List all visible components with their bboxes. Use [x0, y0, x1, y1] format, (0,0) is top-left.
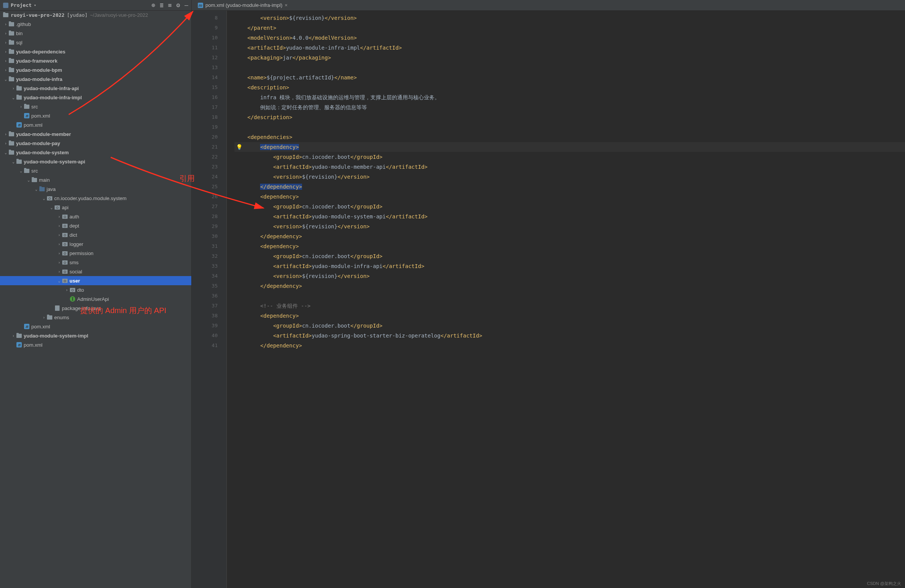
code-line[interactable]: infra 模块，我们放基础设施的运维与管理，支撑上层的通用与核心业务。 — [234, 92, 905, 102]
fold-gutter[interactable] — [221, 11, 227, 588]
chevron-icon[interactable]: › — [57, 270, 62, 274]
chevron-icon[interactable]: ⌄ — [41, 196, 47, 200]
code-line[interactable]: <artifactId>yudao-module-member-api</art… — [234, 162, 905, 172]
chevron-icon[interactable]: › — [11, 86, 16, 90]
tree-row[interactable]: ⌄yudao-module-system-api — [0, 157, 191, 166]
chevron-icon[interactable]: ⌄ — [34, 187, 39, 191]
code-line[interactable]: <modelVersion>4.0.0</modelVersion> — [234, 33, 905, 43]
chevron-icon[interactable]: › — [57, 224, 62, 228]
chevron-icon[interactable]: › — [3, 132, 8, 136]
project-tree[interactable]: ›.github›bin›sql›yudao-dependencies›yuda… — [0, 19, 191, 588]
code-line[interactable]: <artifactId>yudao-module-infra-api</arti… — [234, 261, 905, 271]
chevron-icon[interactable]: › — [3, 50, 8, 54]
tree-row[interactable]: ›auth — [0, 212, 191, 221]
tree-row[interactable]: ›dict — [0, 230, 191, 239]
chevron-icon[interactable]: › — [64, 288, 69, 292]
code-line[interactable]: <packaging>jar</packaging> — [234, 53, 905, 63]
code-line[interactable]: <dependencies> — [234, 132, 905, 142]
chevron-icon[interactable]: ⌄ — [18, 169, 24, 173]
chevron-icon[interactable]: › — [57, 260, 62, 265]
tree-row[interactable]: ›enums — [0, 313, 191, 322]
chevron-icon[interactable]: › — [3, 59, 8, 63]
code-line[interactable]: </dependency> — [234, 281, 905, 291]
chevron-icon[interactable]: › — [11, 334, 16, 338]
code-line[interactable]: <groupId>cn.iocoder.boot</groupId> — [234, 202, 905, 212]
hide-icon[interactable]: — — [184, 2, 188, 9]
line-gutter[interactable]: 8910111213141516171819202122232425262728… — [192, 11, 221, 588]
close-icon[interactable]: × — [285, 2, 288, 8]
locate-icon[interactable]: ⊕ — [152, 2, 155, 9]
code-line[interactable]: </dependency> — [234, 182, 905, 192]
tree-row[interactable]: mpom.xml — [0, 322, 191, 331]
code-line[interactable]: <artifactId>yudao-module-system-api</art… — [234, 212, 905, 221]
code-line[interactable]: <version>${revision}</version> — [234, 172, 905, 182]
gear-icon[interactable]: ⚙ — [176, 2, 180, 9]
tree-row[interactable]: ⌄api — [0, 203, 191, 212]
code-line[interactable]: <version>${revision}</version> — [234, 13, 905, 23]
tree-row[interactable]: mpom.xml — [0, 111, 191, 120]
tree-row[interactable]: ›social — [0, 267, 191, 276]
code-line[interactable]: </dependency> — [234, 231, 905, 241]
code-line[interactable]: <version>${revision}</version> — [234, 271, 905, 281]
tree-row[interactable]: package-info.java — [0, 304, 191, 313]
chevron-icon[interactable]: › — [18, 105, 24, 109]
code-line[interactable] — [234, 291, 905, 301]
code-line[interactable]: <groupId>cn.iocoder.boot</groupId> — [234, 251, 905, 261]
tree-row[interactable]: IAdminUserApi — [0, 294, 191, 304]
code-line[interactable]: </description> — [234, 112, 905, 122]
tree-row[interactable]: ›permission — [0, 249, 191, 258]
code-line[interactable]: <groupId>cn.iocoder.boot</groupId> — [234, 152, 905, 162]
code-line[interactable]: <!-- 业务组件 --> — [234, 301, 905, 311]
code-line[interactable]: </dependency> — [234, 341, 905, 351]
tree-row[interactable]: ›dto — [0, 285, 191, 294]
tree-row[interactable]: ›src — [0, 102, 191, 111]
chevron-icon[interactable]: ⌄ — [3, 77, 8, 81]
tree-row[interactable]: ›.github — [0, 19, 191, 29]
collapse-all-icon[interactable]: ≡ — [168, 2, 172, 9]
tree-row[interactable]: ⌄user — [0, 276, 191, 285]
chevron-icon[interactable]: ⌄ — [3, 150, 8, 155]
tree-row[interactable]: ›logger — [0, 239, 191, 249]
project-root[interactable]: ruoyi-vue-pro-2022 [yudao] ~/Java/ruoyi-… — [0, 11, 191, 19]
tree-row[interactable]: ⌄yudao-module-infra-impl — [0, 93, 191, 102]
chevron-icon[interactable]: › — [3, 40, 8, 45]
tree-row[interactable]: ›bin — [0, 29, 191, 38]
code-line[interactable]: <name>${project.artifactId}</name> — [234, 73, 905, 82]
code-line[interactable]: <dependency> — [234, 311, 905, 321]
code-line[interactable]: <artifactId>yudao-spring-boot-starter-bi… — [234, 331, 905, 341]
tree-row[interactable]: ⌄yudao-module-infra — [0, 74, 191, 84]
code-line[interactable]: <version>${revision}</version> — [234, 221, 905, 231]
tree-row[interactable]: mpom.xml — [0, 120, 191, 129]
chevron-icon[interactable]: › — [57, 242, 62, 246]
editor-tab[interactable]: m pom.xml (yudao-module-infra-impl) × — [194, 0, 291, 10]
tree-row[interactable]: ›yudao-dependencies — [0, 47, 191, 56]
chevron-icon[interactable]: ⌄ — [57, 279, 62, 283]
tree-row[interactable]: ⌄yudao-module-system — [0, 148, 191, 157]
code-line[interactable]: <groupId>cn.iocoder.boot</groupId> — [234, 321, 905, 331]
code-line[interactable]: 💡 <dependency> — [234, 142, 905, 152]
tree-row[interactable]: ›yudao-module-pay — [0, 139, 191, 148]
code-line[interactable]: </parent> — [234, 23, 905, 33]
tree-row[interactable]: ⌄java — [0, 184, 191, 194]
tree-row[interactable]: mpom.xml — [0, 340, 191, 349]
tree-row[interactable]: ›yudao-module-infra-api — [0, 84, 191, 93]
tree-row[interactable]: ⌄cn.iocoder.yudao.module.system — [0, 194, 191, 203]
tree-row[interactable]: ›yudao-module-member — [0, 129, 191, 139]
code-line[interactable]: <dependency> — [234, 192, 905, 202]
code-line[interactable]: <dependency> — [234, 241, 905, 251]
tree-row[interactable]: ›dept — [0, 221, 191, 230]
chevron-icon[interactable]: ⌄ — [26, 178, 31, 182]
chevron-icon[interactable]: ⌄ — [11, 160, 16, 164]
tree-row[interactable]: ›yudao-framework — [0, 56, 191, 65]
tree-row[interactable]: ›yudao-module-system-impl — [0, 331, 191, 340]
chevron-icon[interactable]: ⌄ — [11, 95, 16, 100]
code-line[interactable] — [234, 122, 905, 132]
chevron-icon[interactable]: › — [3, 68, 8, 72]
code-line[interactable]: <description> — [234, 82, 905, 92]
code-line[interactable]: 例如说：定时任务的管理、服务器的信息等等 — [234, 102, 905, 112]
code-line[interactable]: <artifactId>yudao-module-infra-impl</art… — [234, 43, 905, 53]
chevron-icon[interactable]: › — [3, 22, 8, 26]
tree-row[interactable]: ›yudao-module-bpm — [0, 65, 191, 74]
chevron-icon[interactable]: ⌄ — [49, 205, 54, 210]
tree-row[interactable]: ⌄main — [0, 175, 191, 184]
